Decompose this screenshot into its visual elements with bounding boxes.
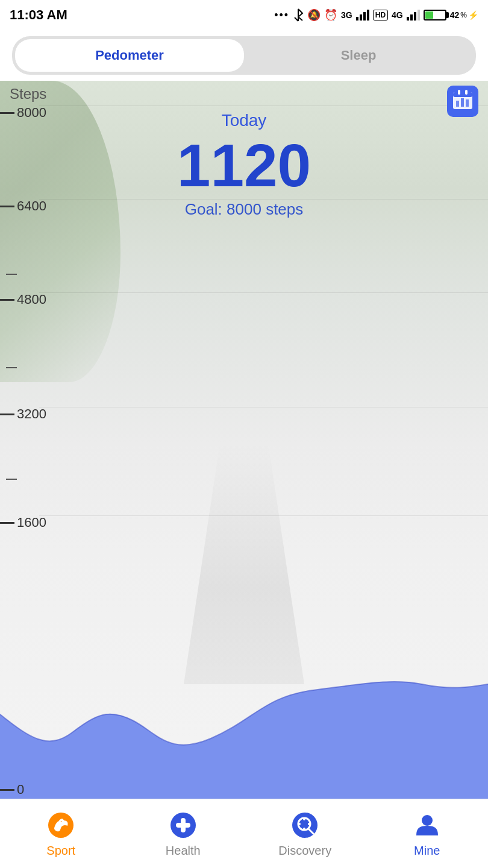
tab-switcher: Pedometer Sleep (0, 30, 488, 81)
svg-rect-11 (465, 90, 468, 95)
svg-rect-9 (453, 92, 472, 97)
main-content: Steps Today 1120 Goal: 8000 steps (0, 81, 488, 805)
svg-rect-6 (414, 12, 416, 20)
calendar-icon-inner (452, 89, 474, 115)
y-label-3200: 3200 (0, 406, 46, 422)
nav-item-sport[interactable]: Sport (0, 810, 122, 858)
svg-rect-12 (456, 101, 459, 107)
nav-item-discovery[interactable]: Discovery (244, 810, 366, 858)
signal2-icon (407, 10, 420, 20)
steps-chart (0, 666, 488, 805)
y-label-0: 0 (0, 782, 24, 797)
today-label: Today (0, 111, 488, 130)
signal-icon (356, 10, 369, 20)
tab-switcher-inner: Pedometer Sleep (12, 36, 476, 75)
svg-rect-13 (461, 98, 464, 107)
steps-label: Steps (10, 86, 46, 102)
steps-count: 1120 (0, 135, 488, 195)
more-icon: ••• (274, 9, 289, 22)
4g-icon: 4G (392, 10, 403, 20)
y-label-1600: 1600 (0, 515, 46, 530)
today-section: Today 1120 Goal: 8000 steps (0, 111, 488, 219)
nav-label-sport: Sport (46, 844, 75, 858)
svg-rect-0 (356, 17, 358, 20)
svg-rect-18 (176, 823, 190, 828)
nav-label-mine: Mine (414, 844, 440, 858)
svg-point-25 (308, 823, 310, 825)
y-label-4800: 4800 (0, 292, 46, 307)
nav-item-mine[interactable]: Mine (366, 810, 489, 858)
tab-pedometer[interactable]: Pedometer (15, 39, 244, 72)
battery-percentage: 42 (450, 10, 460, 20)
y-dash-3 (6, 479, 17, 480)
status-icons: ••• 🔕 ⏰ 3G HD 4G (274, 8, 478, 22)
svg-point-26 (422, 815, 433, 826)
mine-icon (412, 810, 442, 840)
svg-rect-7 (418, 10, 420, 20)
steps-goal: Goal: 8000 steps (0, 200, 488, 219)
nav-label-discovery: Discovery (278, 844, 331, 858)
health-icon (168, 810, 198, 840)
alarm-icon: ⏰ (324, 8, 337, 22)
svg-point-22 (303, 818, 305, 820)
svg-point-24 (298, 823, 301, 825)
status-time: 11:03 AM (10, 7, 67, 23)
tab-sleep[interactable]: Sleep (244, 39, 473, 72)
mute-icon: 🔕 (307, 8, 321, 22)
nav-label-health: Health (166, 844, 201, 858)
y-dash-2 (6, 367, 17, 368)
svg-rect-4 (407, 17, 409, 20)
bottom-nav: Sport Health (0, 799, 488, 868)
grid-line-4800 (39, 292, 488, 293)
svg-rect-1 (360, 14, 362, 20)
discovery-icon (290, 810, 320, 840)
3g-icon: 3G (341, 10, 352, 20)
svg-rect-3 (367, 10, 369, 20)
svg-rect-14 (466, 99, 469, 107)
grid-line-1600 (39, 515, 488, 516)
calendar-icon[interactable] (447, 86, 478, 117)
y-dash-1 (6, 274, 17, 275)
nav-item-health[interactable]: Health (122, 810, 245, 858)
battery-icon: 42% ⚡ (424, 10, 478, 20)
grid-line-3200 (39, 407, 488, 407)
hd-icon: HD (373, 10, 388, 20)
status-bar: 11:03 AM ••• 🔕 ⏰ 3G HD 4G (0, 0, 488, 30)
svg-rect-2 (363, 12, 366, 20)
svg-point-23 (303, 828, 305, 830)
grid-line-8000 (39, 105, 488, 106)
svg-rect-10 (458, 90, 460, 95)
sport-icon (46, 810, 76, 840)
bluetooth-icon (293, 8, 304, 22)
svg-rect-5 (410, 14, 413, 20)
